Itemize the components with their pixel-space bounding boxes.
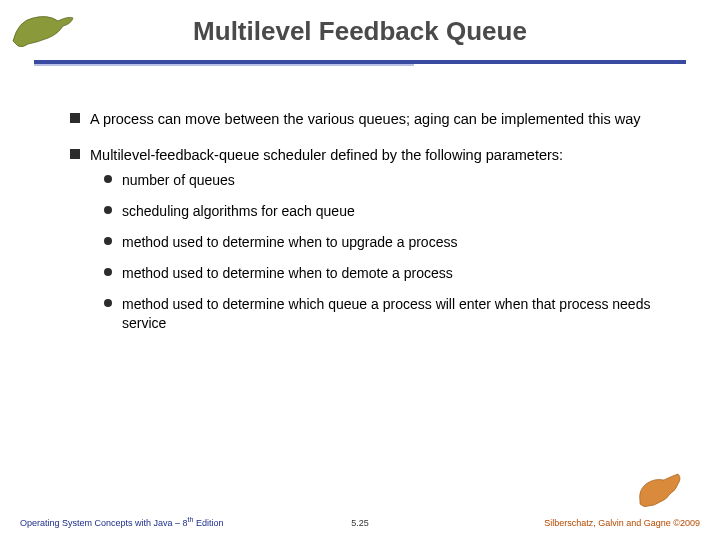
content-area: A process can move between the various q… [70,110,670,348]
bullet-level1: A process can move between the various q… [70,110,670,130]
footer-copyright: Silberschatz, Galvin and Gagne ©2009 [544,518,700,528]
bullet-level2: number of queues [104,171,670,190]
square-bullet-icon [70,113,80,123]
sub-bullet-text: method used to determine which queue a p… [122,295,670,333]
circle-bullet-icon [104,268,112,276]
square-bullet-icon [70,149,80,159]
sub-bullet-text: scheduling algorithms for each queue [122,202,355,221]
bullet-level2: scheduling algorithms for each queue [104,202,670,221]
dinosaur-icon [632,470,694,510]
bullet-text: A process can move between the various q… [90,110,641,130]
bullet-level2: method used to determine which queue a p… [104,295,670,333]
circle-bullet-icon [104,299,112,307]
sub-bullet-text: method used to determine when to upgrade… [122,233,457,252]
title-rule-secondary [34,64,414,66]
bullet-level1: Multilevel-feedback-queue scheduler defi… [70,146,670,333]
bullet-level2: method used to determine when to upgrade… [104,233,670,252]
circle-bullet-icon [104,237,112,245]
bullet-text: Multilevel-feedback-queue scheduler defi… [90,146,563,166]
slide-title: Multilevel Feedback Queue [0,16,720,47]
slide: Multilevel Feedback Queue A process can … [0,0,720,540]
sub-bullet-list: number of queues scheduling algorithms f… [104,171,670,332]
sub-bullet-text: method used to determine when to demote … [122,264,453,283]
bullet-level2: method used to determine when to demote … [104,264,670,283]
circle-bullet-icon [104,206,112,214]
sub-bullet-text: number of queues [122,171,235,190]
circle-bullet-icon [104,175,112,183]
